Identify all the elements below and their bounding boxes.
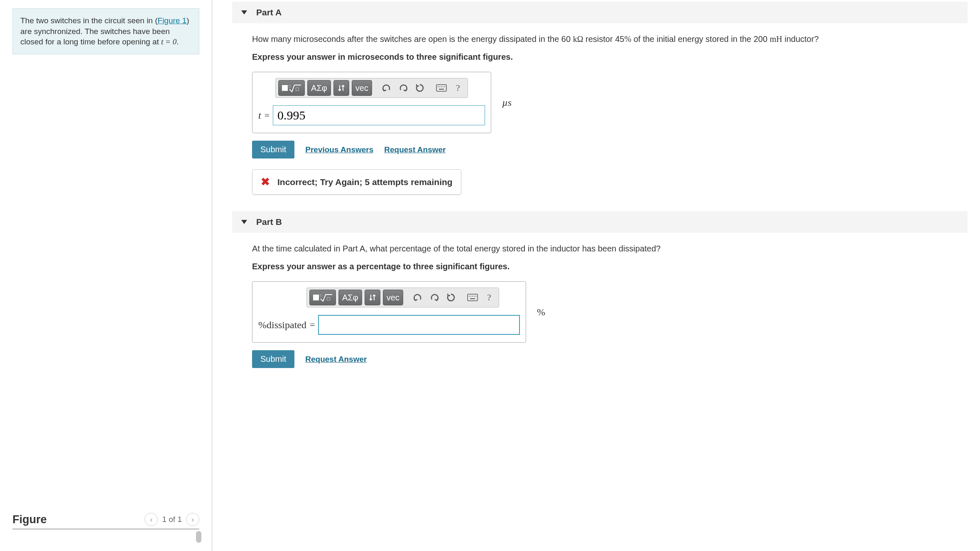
figure-pager: ‹ 1 of 1 › (145, 513, 199, 526)
request-answer-link-b[interactable]: Request Answer (305, 355, 367, 364)
problem-statement: The two switches in the circuit seen in … (12, 8, 199, 54)
part-a-body: How many microseconds after the switches… (232, 33, 968, 211)
part-b-answer-box: □□ ΑΣφ vec (252, 281, 526, 343)
equals-sign: = (265, 110, 270, 121)
part-b-title: Part B (256, 217, 282, 227)
part-b-input-row: %dissipated = (252, 312, 526, 342)
equals-sign: = (310, 319, 315, 330)
part-b-body: At the time calculated in Part A, what p… (232, 243, 968, 385)
figure-title: Figure (12, 513, 47, 526)
feedback-text: Incorrect; Try Again; 5 attempts remaini… (277, 177, 453, 187)
figure-header: Figure ‹ 1 of 1 › (12, 513, 199, 529)
svg-text:□: □ (320, 294, 322, 298)
part-b-label: %dissipated (258, 319, 306, 331)
keyboard-button[interactable] (434, 81, 448, 95)
arrows-icon (337, 83, 345, 93)
problem-text-1: The two switches in the circuit seen in … (20, 16, 158, 25)
pager-label: 1 of 1 (162, 515, 182, 524)
help-button[interactable]: ? (482, 290, 496, 305)
request-answer-link-a[interactable]: Request Answer (384, 145, 446, 154)
part-a-title: Part A (256, 7, 282, 17)
right-panel: Part A How many microseconds after the s… (212, 0, 980, 551)
part-b-instruction: Express your answer as a percentage to t… (252, 262, 968, 271)
part-a-label: t (258, 110, 261, 121)
redo-button[interactable] (396, 81, 410, 95)
keyboard-button[interactable] (466, 290, 480, 305)
left-panel: The two switches in the circuit seen in … (0, 0, 212, 551)
subscript-button[interactable] (365, 290, 380, 305)
part-a-header[interactable]: Part A (232, 2, 968, 23)
root-icon: □□ (320, 293, 332, 302)
svg-point-5 (441, 86, 442, 87)
svg-point-13 (470, 296, 471, 297)
part-b-input[interactable] (318, 315, 520, 335)
keyboard-icon (436, 84, 447, 92)
figure-scrollbar[interactable] (196, 531, 201, 543)
undo-icon (413, 293, 422, 302)
collapse-icon (241, 220, 247, 224)
redo-icon (399, 84, 408, 92)
undo-button[interactable] (380, 81, 394, 95)
arrows-icon (368, 293, 377, 302)
problem-text-3: . (176, 37, 179, 46)
time-expr: t = 0 (161, 37, 176, 46)
reset-icon (415, 83, 424, 93)
square-icon (282, 85, 288, 91)
svg-point-16 (475, 296, 476, 297)
greek-button[interactable]: ΑΣφ (307, 80, 331, 96)
redo-button[interactable] (427, 290, 441, 305)
templates-button[interactable]: □□ (278, 80, 305, 96)
redo-icon (430, 293, 439, 302)
svg-text:□: □ (289, 84, 291, 88)
square-icon (313, 295, 319, 300)
svg-point-4 (439, 86, 440, 87)
svg-text:□: □ (296, 86, 299, 92)
svg-rect-2 (436, 85, 446, 91)
part-a-answer-box: □□ ΑΣφ vec (252, 72, 491, 133)
reset-button[interactable] (413, 81, 427, 95)
part-a-question: How many microseconds after the switches… (252, 33, 821, 45)
feedback-box: ✖ Incorrect; Try Again; 5 attempts remai… (252, 169, 461, 195)
submit-button-a[interactable]: Submit (252, 141, 294, 158)
next-figure-button[interactable]: › (186, 513, 199, 526)
svg-rect-8 (439, 89, 444, 90)
part-a-input-row: t = (252, 103, 491, 133)
root-icon: □□ (289, 83, 301, 93)
part-b-question: At the time calculated in Part A, what p… (252, 243, 821, 254)
templates-button[interactable]: □□ (309, 290, 336, 305)
svg-point-3 (438, 86, 439, 87)
prev-figure-button[interactable]: ‹ (145, 513, 158, 526)
previous-answers-link[interactable]: Previous Answers (305, 145, 373, 154)
vec-button[interactable]: vec (383, 290, 403, 305)
part-b-header[interactable]: Part B (232, 211, 968, 233)
part-b-actions: Submit Request Answer (252, 350, 968, 368)
keyboard-icon (467, 294, 478, 301)
svg-point-15 (474, 296, 475, 297)
svg-rect-11 (468, 294, 478, 301)
part-a-input[interactable] (273, 105, 485, 125)
reset-icon (446, 293, 456, 302)
part-a-actions: Submit Previous Answers Request Answer (252, 141, 968, 158)
part-a-instruction: Express your answer in microseconds to t… (252, 52, 968, 62)
svg-point-12 (469, 296, 470, 297)
part-a-unit: µs (502, 97, 512, 108)
collapse-icon (241, 10, 247, 15)
svg-point-6 (443, 86, 443, 87)
figure-area: Figure ‹ 1 of 1 › (12, 505, 199, 543)
vec-button[interactable]: vec (352, 80, 372, 96)
incorrect-icon: ✖ (261, 176, 270, 188)
svg-point-7 (444, 86, 445, 87)
undo-button[interactable] (411, 290, 425, 305)
svg-text:□: □ (327, 295, 330, 302)
figure-link[interactable]: Figure 1 (158, 16, 187, 25)
help-button[interactable]: ? (451, 81, 465, 95)
greek-button[interactable]: ΑΣφ (338, 290, 362, 305)
math-toolbar-a: □□ ΑΣφ vec (275, 78, 468, 98)
svg-point-14 (472, 296, 473, 297)
part-b-unit: % (537, 307, 545, 318)
svg-rect-17 (470, 298, 475, 299)
math-toolbar-b: □□ ΑΣφ vec (306, 288, 499, 307)
submit-button-b[interactable]: Submit (252, 350, 294, 368)
reset-button[interactable] (444, 290, 458, 305)
subscript-button[interactable] (333, 80, 349, 96)
